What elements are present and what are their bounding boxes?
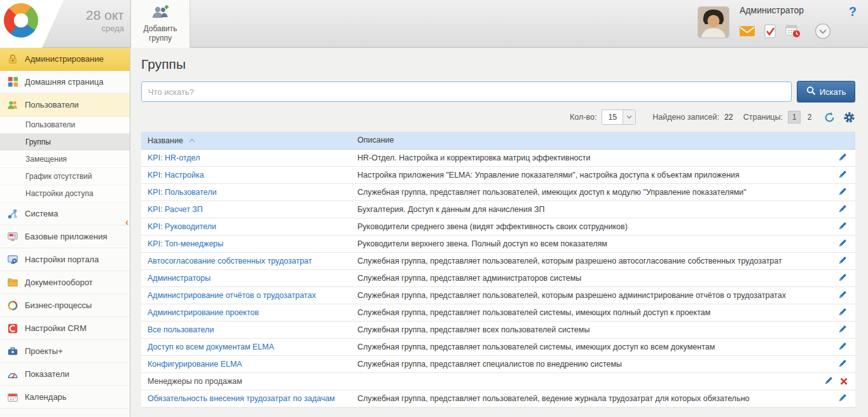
apps-icon: [6, 230, 19, 243]
table-row: Менеджеры по продажам: [141, 372, 855, 390]
table-row: KPI: Топ-менеджерыРуководители верхнего …: [141, 235, 855, 252]
group-name-link[interactable]: KPI: Топ-менеджеры: [148, 239, 223, 248]
user-avatar[interactable]: [698, 7, 729, 38]
sidebar-item-portal[interactable]: Настройки портала: [0, 248, 130, 271]
sidebar-item-kpi[interactable]: Показатели: [0, 363, 130, 386]
add-group-button[interactable]: Добавить группу: [130, 0, 190, 48]
delete-icon[interactable]: [840, 378, 848, 385]
edit-icon[interactable]: [838, 238, 848, 248]
sidebar: АдминистрированиеДомашняя страницаПользо…: [0, 48, 130, 417]
edit-icon[interactable]: [838, 204, 848, 213]
group-name-link[interactable]: Доступ ко всем документам ELMA: [148, 343, 274, 351]
group-description: Служебная группа, представляет пользоват…: [351, 286, 818, 304]
sidebar-item-label: Бизнес-процессы: [25, 300, 92, 310]
page-button-2[interactable]: 2: [803, 111, 816, 124]
sidebar-item-calendar[interactable]: Календарь: [0, 386, 130, 409]
chevron-down-icon: [623, 110, 635, 125]
header-icons: [740, 23, 831, 39]
edit-icon[interactable]: [838, 169, 848, 179]
edit-icon[interactable]: [838, 187, 848, 196]
sidebar-item-label: Календарь: [25, 392, 67, 402]
sidebar-item-bpm[interactable]: Бизнес-процессы: [0, 294, 130, 317]
sidebar-menu: АдминистрированиеДомашняя страницаПользо…: [0, 48, 130, 409]
table-row: Обязательность внесения трудозатрат по з…: [141, 390, 855, 407]
table-row: KPI: РуководителиРуководители среднего з…: [141, 218, 855, 235]
sidebar-subitem[interactable]: Настройки доступа: [0, 185, 130, 202]
group-description: Бухгалтерия. Доступ к данным для начисле…: [351, 201, 818, 218]
table-row: Администрирование проектовСлужебная груп…: [141, 304, 855, 321]
group-name-link[interactable]: Администрирование отчётов о трудозатрата…: [148, 291, 316, 300]
group-name-link[interactable]: Конфигурирование ELMA: [148, 360, 242, 369]
sidebar-item-apps[interactable]: Базовые приложения: [0, 225, 130, 248]
sidebar-collapse-handle[interactable]: ‹: [125, 218, 128, 227]
sidebar-subitem[interactable]: Пользователи: [0, 117, 130, 134]
group-description: [351, 372, 818, 390]
edit-icon[interactable]: [824, 376, 834, 385]
refresh-icon[interactable]: [823, 111, 836, 124]
users-icon: [6, 99, 19, 111]
portal-icon: [6, 253, 19, 266]
edit-icon[interactable]: [838, 307, 848, 316]
groups-table-body: KPI: HR-отделHR-Отдел. Настройка и корре…: [141, 149, 855, 407]
sidebar-item-users[interactable]: Пользователи: [0, 94, 130, 117]
sidebar-item-projects[interactable]: Проекты+: [0, 340, 130, 363]
group-name-link[interactable]: Администрирование проектов: [148, 308, 259, 317]
page-button-1[interactable]: 1: [788, 111, 801, 124]
sidebar-item-home[interactable]: Домашняя страница: [0, 71, 130, 94]
count-value: 15: [602, 113, 623, 122]
docs-icon: [6, 276, 19, 289]
sidebar-item-label: Проекты+: [25, 346, 63, 356]
edit-icon[interactable]: [838, 341, 848, 351]
sidebar-item-docs[interactable]: Документооборот: [0, 271, 130, 294]
edit-icon[interactable]: [838, 290, 848, 299]
sidebar-subitem[interactable]: Замещения: [0, 151, 130, 168]
add-group-icon: [151, 4, 169, 22]
chevron-down-circle-icon[interactable]: [815, 23, 831, 39]
edit-icon[interactable]: [838, 152, 848, 162]
group-name-link[interactable]: KPI: Расчет ЗП: [148, 205, 203, 214]
edit-icon[interactable]: [838, 272, 848, 282]
count-select[interactable]: 15: [602, 110, 636, 125]
group-name-link[interactable]: KPI: Настройка: [148, 171, 204, 180]
pages-label: Страницы:: [743, 113, 783, 122]
sidebar-item-crm[interactable]: Настройки CRM: [0, 317, 130, 340]
edit-icon[interactable]: [838, 255, 848, 265]
edit-icon[interactable]: [838, 393, 848, 402]
sidebar-subitem[interactable]: Группы: [0, 134, 130, 151]
date-day: 28 окт: [56, 8, 124, 23]
edit-icon[interactable]: [838, 358, 848, 368]
sidebar-item-label: Показатели: [25, 369, 69, 379]
table-row: KPI: Расчет ЗПБухгалтерия. Доступ к данн…: [141, 201, 855, 218]
elma-logo[interactable]: [4, 3, 38, 38]
calendar-clock-icon[interactable]: [785, 24, 801, 38]
group-name-link[interactable]: KPI: Пользователи: [148, 188, 217, 197]
column-name[interactable]: Название: [141, 132, 351, 149]
group-name-link[interactable]: Менеджеры по продажам: [148, 377, 242, 386]
mail-icon[interactable]: [740, 25, 755, 37]
table-row: АдминистраторыСлужебная группа, представ…: [141, 269, 855, 286]
group-description: HR-Отдел. Настройка и корректировка матр…: [351, 149, 818, 166]
table-row: Конфигурирование ELMAСлужебная группа, п…: [141, 355, 855, 372]
edit-icon[interactable]: [838, 221, 848, 230]
tasks-icon[interactable]: [764, 24, 776, 38]
edit-icon[interactable]: [838, 324, 848, 334]
help-button[interactable]: ?: [849, 4, 857, 19]
sidebar-item-label: Настройки портала: [25, 255, 99, 264]
settings-gear-icon[interactable]: [843, 111, 855, 124]
group-name-link[interactable]: Обязательность внесения трудозатрат по з…: [148, 394, 335, 403]
group-name-link[interactable]: KPI: Руководители: [148, 222, 216, 231]
top-header: 28 окт среда Добавить группу Администрат…: [0, 0, 868, 48]
group-name-link[interactable]: Все пользователи: [148, 325, 214, 334]
group-name-link[interactable]: Автосогласование собственных трудозатрат: [148, 257, 312, 265]
crm-icon: [6, 322, 19, 335]
sidebar-item-lock[interactable]: Администрирование: [0, 48, 130, 71]
search-button[interactable]: Искать: [797, 81, 855, 102]
sidebar-item-system[interactable]: Система: [0, 202, 130, 225]
group-name-link[interactable]: Администраторы: [148, 274, 210, 283]
column-description[interactable]: Описание: [351, 132, 818, 149]
table-row: KPI: НастройкаНастройка приложения "ELMA…: [141, 166, 855, 183]
group-name-link[interactable]: KPI: HR-отдел: [148, 153, 200, 162]
search-input[interactable]: [141, 81, 792, 102]
group-description: Настройка приложения "ELMA: Управление п…: [351, 166, 818, 183]
sidebar-subitem[interactable]: График отсутствий: [0, 168, 130, 185]
